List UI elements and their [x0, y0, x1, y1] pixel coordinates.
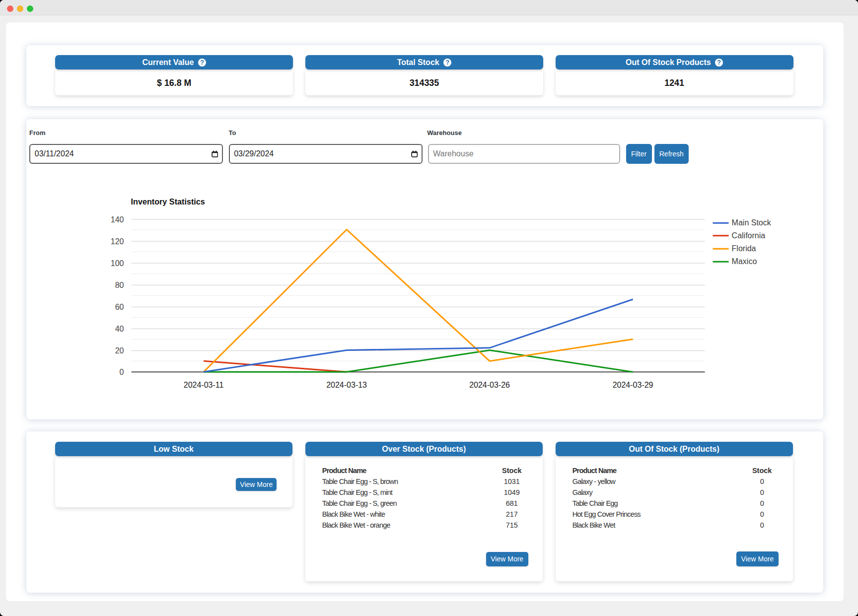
svg-text:120: 120 [110, 237, 124, 245]
svg-text:Inventory Statistics: Inventory Statistics [131, 197, 205, 206]
svg-text:60: 60 [115, 302, 124, 311]
svg-text:Florida: Florida [731, 244, 756, 253]
svg-text:Main Stock: Main Stock [731, 218, 771, 227]
svg-text:80: 80 [115, 280, 124, 289]
svg-text:California: California [731, 231, 765, 239]
svg-text:2024-03-11: 2024-03-11 [183, 381, 223, 389]
svg-text:2024-03-29: 2024-03-29 [612, 381, 653, 389]
svg-text:Maxico: Maxico [731, 257, 757, 266]
svg-text:2024-03-26: 2024-03-26 [469, 381, 510, 389]
svg-text:100: 100 [110, 259, 124, 267]
svg-text:40: 40 [115, 324, 124, 333]
svg-text:0: 0 [119, 367, 124, 376]
svg-text:20: 20 [115, 346, 124, 355]
svg-text:2024-03-13: 2024-03-13 [326, 381, 367, 389]
svg-text:140: 140 [110, 215, 124, 223]
